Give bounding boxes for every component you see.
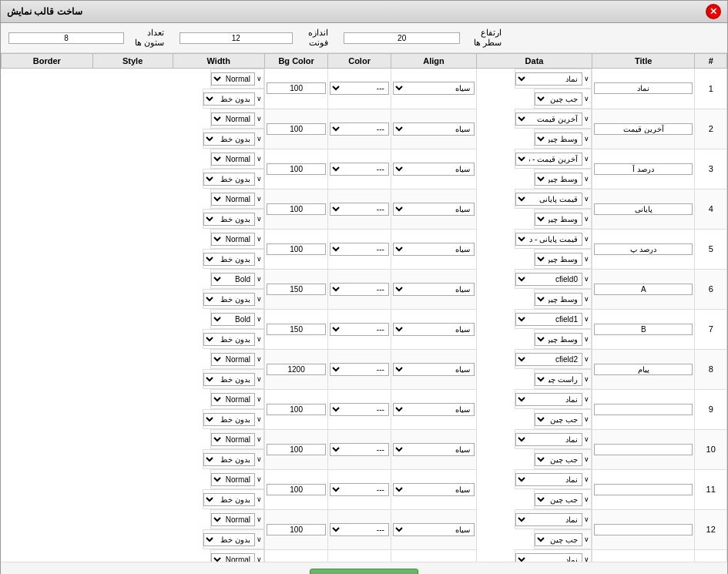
align-select[interactable]: جب چینوسط چینراست چین [535,253,582,266]
data-select[interactable]: نمادآخرین قیمتآخرین قیمت - درصدقیمت پایا… [515,193,582,206]
style-select[interactable]: NormalBoldItalic [211,553,255,562]
bgcolor-select[interactable]: ---سفیدزردآبی روشن [330,523,389,536]
border-select[interactable]: بدون خطخط کاملخط پایین [203,333,255,346]
align-select[interactable]: جب چینوسط چینراست چین [535,213,582,226]
style-select[interactable]: NormalBoldItalic [211,233,255,246]
data-select[interactable]: نمادآخرین قیمتآخرین قیمت - درصدقیمت پایا… [515,553,582,562]
width-input[interactable] [267,364,326,375]
border-select[interactable]: بدون خطخط کاملخط پایین [203,413,255,426]
style-select[interactable]: NormalBoldItalic [211,153,255,166]
font-size-input[interactable] [179,32,292,44]
color-select[interactable]: سیاهسفیدقرمزسبزآبی [393,283,475,296]
data-select[interactable]: نمادآخرین قیمتآخرین قیمت - درصدقیمت پایا… [515,273,582,286]
width-input[interactable] [267,524,326,535]
width-input[interactable] [267,284,326,295]
width-input[interactable] [267,163,326,175]
data-select[interactable]: نمادآخرین قیمتآخرین قیمت - درصدقیمت پایا… [515,153,582,166]
data-select[interactable]: نمادآخرین قیمتآخرین قیمت - درصدقیمت پایا… [515,473,582,486]
title-input[interactable] [594,484,693,495]
width-input[interactable] [267,324,326,335]
border-select[interactable]: بدون خطخط کاملخط پایین [203,213,255,226]
width-input[interactable] [267,484,326,495]
align-select[interactable]: جب چینوسط چینراست چین [535,493,582,506]
bgcolor-select[interactable]: ---سفیدزردآبی روشن [330,323,389,336]
style-select[interactable]: NormalBoldItalic [211,112,255,126]
title-input[interactable] [594,444,693,455]
data-select[interactable]: نمادآخرین قیمتآخرین قیمت - درصدقیمت پایا… [515,393,582,406]
close-button[interactable]: ✕ [706,4,721,19]
color-select[interactable]: سیاهسفیدقرمزسبزآبی [393,483,475,496]
align-select[interactable]: جب چینوسط چینراست چین [535,453,582,466]
color-select[interactable]: سیاهسفیدقرمزسبزآبی [393,123,475,136]
border-select[interactable]: بدون خطخط کاملخط پایین [203,493,255,506]
data-select[interactable]: نمادآخرین قیمتآخرین قیمت - درصدقیمت پایا… [515,513,582,526]
border-select[interactable]: بدون خطخط کاملخط پایین [203,373,255,386]
align-select[interactable]: جب چینوسط چینراست چین [535,373,582,386]
align-select[interactable]: جب چینوسط چینراست چین [535,293,582,306]
color-select[interactable]: سیاهسفیدقرمزسبزآبی [393,82,475,95]
align-select[interactable]: جب چینوسط چینراست چین [535,173,582,186]
data-select[interactable]: نمادآخرین قیمتآخرین قیمت - درصدقیمت پایا… [515,433,582,446]
title-input[interactable] [594,324,693,335]
bgcolor-select[interactable]: ---سفیدزردآبی روشن [330,403,389,416]
bgcolor-select[interactable]: ---سفیدزردآبی روشن [330,283,389,296]
align-select[interactable]: جب چینوسط چینراست چین [535,333,582,346]
title-input[interactable] [594,163,693,175]
align-select[interactable]: جب چینوسط چینراست چین [535,92,582,106]
bgcolor-select[interactable]: ---سفیدزردآبی روشن [330,123,389,136]
title-input[interactable] [594,364,693,375]
border-select[interactable]: بدون خطخط کاملخط پایین [203,173,255,186]
width-input[interactable] [267,123,326,135]
title-input[interactable] [594,203,693,215]
width-input[interactable] [267,243,326,255]
width-input[interactable] [267,404,326,415]
bgcolor-select[interactable]: ---سفیدزردآبی روشن [330,443,389,456]
color-select[interactable]: سیاهسفیدقرمزسبزآبی [393,523,475,536]
style-select[interactable]: NormalBoldItalic [211,72,255,86]
style-select[interactable]: NormalBoldItalic [211,473,255,486]
style-select[interactable]: NormalBoldItalic [211,193,255,206]
bgcolor-select[interactable]: ---سفیدزردآبی روشن [330,483,389,496]
color-select[interactable]: سیاهسفیدقرمزسبزآبی [393,323,475,336]
width-input[interactable] [267,203,326,215]
data-select[interactable]: نمادآخرین قیمتآخرین قیمت - درصدقیمت پایا… [515,72,582,86]
color-select[interactable]: سیاهسفیدقرمزسبزآبی [393,443,475,456]
align-select[interactable]: جب چینوسط چینراست چین [535,413,582,426]
title-input[interactable] [594,524,693,535]
color-select[interactable]: سیاهسفیدقرمزسبزآبی [393,203,475,216]
style-select[interactable]: NormalBoldItalic [211,513,255,526]
title-input[interactable] [594,404,693,415]
bgcolor-select[interactable]: ---سفیدزردآبی روشن [330,163,389,176]
color-select[interactable]: سیاهسفیدقرمزسبزآبی [393,243,475,256]
align-select[interactable]: جب چینوسط چینراست چین [535,133,582,146]
border-select[interactable]: بدون خطخط کاملخط پایین [203,453,255,466]
color-select[interactable]: سیاهسفیدقرمزسبزآبی [393,363,475,376]
style-select[interactable]: NormalBoldItalic [211,273,255,286]
width-input[interactable] [267,82,326,94]
align-select[interactable]: جب چینوسط چینراست چین [535,533,582,546]
column-count-input[interactable] [8,32,124,44]
title-input[interactable] [594,243,693,255]
title-input[interactable] [594,123,693,135]
bgcolor-select[interactable]: ---سفیدزردآبی روشن [330,82,389,95]
row-height-input[interactable] [344,32,460,44]
title-input[interactable] [594,82,693,94]
border-select[interactable]: بدون خطخط کاملخط پایین [203,133,255,146]
style-select[interactable]: NormalBoldItalic [211,353,255,366]
style-select[interactable]: NormalBoldItalic [211,393,255,406]
bgcolor-select[interactable]: ---سفیدزردآبی روشن [330,203,389,216]
data-select[interactable]: نمادآخرین قیمتآخرین قیمت - درصدقیمت پایا… [515,353,582,366]
bgcolor-select[interactable]: ---سفیدزردآبی روشن [330,243,389,256]
width-input[interactable] [267,444,326,455]
color-select[interactable]: سیاهسفیدقرمزسبزآبی [393,403,475,416]
border-select[interactable]: بدون خطخط کاملخط پایین [203,92,255,106]
style-select[interactable]: NormalBoldItalic [211,433,255,446]
border-select[interactable]: بدون خطخط کاملخط پایین [203,533,255,546]
bgcolor-select[interactable]: ---سفیدزردآبی روشن [330,363,389,376]
border-select[interactable]: بدون خطخط کاملخط پایین [203,293,255,306]
border-select[interactable]: بدون خطخط کاملخط پایین [203,253,255,266]
data-select[interactable]: نمادآخرین قیمتآخرین قیمت - درصدقیمت پایا… [515,313,582,326]
save-button[interactable]: ذخیره قالب شخصی [310,569,419,574]
title-input[interactable] [594,284,693,295]
data-select[interactable]: نمادآخرین قیمتآخرین قیمت - درصدقیمت پایا… [515,233,582,246]
